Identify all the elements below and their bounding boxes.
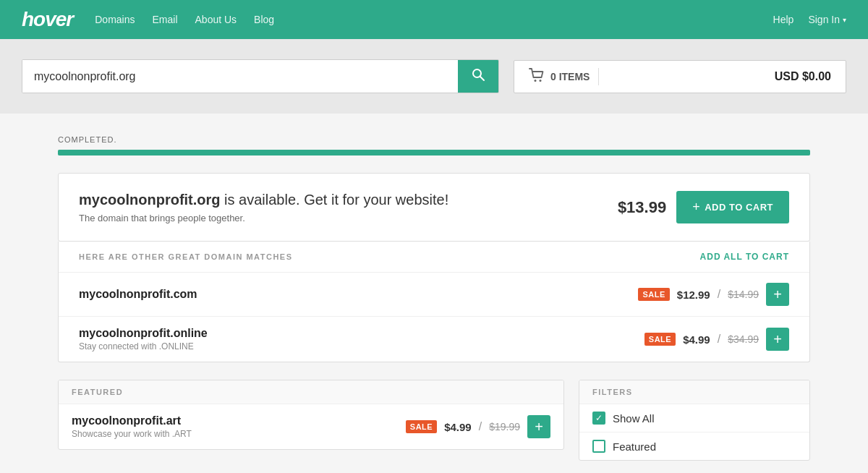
domain-subtitle: Stay connected with .ONLINE [79,341,208,351]
original-price: $14.99 [728,289,759,300]
domain-tagline: The domain that brings people together. [79,213,448,223]
original-price: $19.99 [489,421,520,432]
list-item[interactable]: Featured [579,432,809,460]
domain-available-card: mycoolnonprofit.org is available. Get it… [58,173,810,242]
price-separator: / [479,420,482,433]
add-to-cart-button[interactable]: + ADD TO CART [676,191,789,223]
nav-domains[interactable]: Domains [95,14,135,25]
cart-info: 0 ITEMS [529,68,590,85]
cart-divider [598,68,599,85]
bottom-section: FEATURED mycoolnonprofit.art Showcase yo… [58,380,810,461]
domain-name: mycoolnonprofit.art [72,414,192,427]
domain-subtitle: Showcase your work with .ART [72,429,192,439]
nav-about[interactable]: About Us [195,14,237,25]
featured-checkbox[interactable] [592,440,605,453]
cart-items-count: 0 ITEMS [550,71,590,82]
original-price: $34.99 [728,333,759,345]
search-area: 0 ITEMS USD $0.00 [0,39,868,114]
featured-header: FEATURED [59,380,563,404]
price-separator: / [718,288,720,301]
add-all-to-cart-link[interactable]: ADD ALL TO CART [700,252,789,262]
cart-total: USD $0.00 [775,70,831,83]
list-item[interactable]: Show All [579,404,809,432]
chevron-down-icon: ▾ [843,16,846,24]
featured-domain-info: mycoolnonprofit.art Showcase your work w… [72,414,192,439]
other-domains-card: HERE ARE OTHER GREAT DOMAIN MATCHES ADD … [58,242,810,362]
signin-button[interactable]: Sign In ▾ [808,14,846,25]
progress-bar-bg [58,150,810,155]
sale-badge: SALE [638,288,669,301]
progress-label: COMPLETED. [58,135,810,144]
help-link[interactable]: Help [773,14,794,25]
other-domains-title: HERE ARE OTHER GREAT DOMAIN MATCHES [79,252,293,261]
domain-row-info: mycoolnonprofit.online Stay connected wi… [79,327,208,351]
featured-row-right: SALE $4.99 / $19.99 + [406,415,550,438]
domain-price-add: $13.99 + ADD TO CART [618,191,789,223]
add-domain-button[interactable]: + [766,328,789,351]
svg-line-1 [480,77,485,81]
domain-row-right: SALE $12.99 / $14.99 + [638,283,789,306]
navbar-right: Help Sign In ▾ [773,14,846,25]
site-logo[interactable]: hover [22,8,73,31]
add-domain-button[interactable]: + [527,415,550,438]
price-separator: / [718,333,720,346]
other-domains-header: HERE ARE OTHER GREAT DOMAIN MATCHES ADD … [59,242,809,273]
domain-available-headline: mycoolnonprofit.org is available. Get it… [79,192,448,208]
main-content: COMPLETED. mycoolnonprofit.org is availa… [36,114,832,473]
domain-name: mycoolnonprofit.com [79,288,197,301]
nav-email[interactable]: Email [153,14,178,25]
sale-price: $4.99 [683,333,710,346]
add-domain-button[interactable]: + [766,283,789,306]
featured-card: FEATURED mycoolnonprofit.art Showcase yo… [58,380,564,450]
nav-links: Domains Email About Us Blog [95,14,773,25]
filter-show-all-label: Show All [613,412,655,425]
progress-bar-fill [58,150,810,155]
sale-price: $12.99 [677,289,710,301]
sale-badge: SALE [644,333,676,346]
search-box [22,59,499,93]
filters-card: FILTERS Show All Featured [579,380,810,461]
table-row: mycoolnonprofit.art Showcase your work w… [59,404,563,449]
nav-blog[interactable]: Blog [254,14,274,25]
navbar: hover Domains Email About Us Blog Help S… [0,0,868,39]
progress-section: COMPLETED. [58,135,810,155]
show-all-checkbox[interactable] [592,412,605,425]
sale-badge: SALE [406,420,437,433]
filter-featured-label: Featured [613,440,656,453]
plus-icon: + [692,200,700,215]
domain-row-info: mycoolnonprofit.com [79,288,197,301]
domain-name: mycoolnonprofit.online [79,327,208,340]
filters-header: FILTERS [579,380,809,404]
search-icon [471,67,485,85]
sale-price: $4.99 [444,421,472,433]
table-row: mycoolnonprofit.com SALE $12.99 / $14.99… [59,273,809,317]
cart-icon [529,68,545,85]
cart-box[interactable]: 0 ITEMS USD $0.00 [514,60,846,93]
table-row: mycoolnonprofit.online Stay connected wi… [59,317,809,362]
search-input[interactable] [22,60,458,93]
svg-point-2 [535,80,537,82]
domain-price: $13.99 [618,198,666,217]
domain-row-right: SALE $4.99 / $34.99 + [644,328,789,351]
domain-available-text: mycoolnonprofit.org is available. Get it… [79,192,448,223]
search-button[interactable] [458,60,498,93]
svg-point-3 [540,80,542,82]
